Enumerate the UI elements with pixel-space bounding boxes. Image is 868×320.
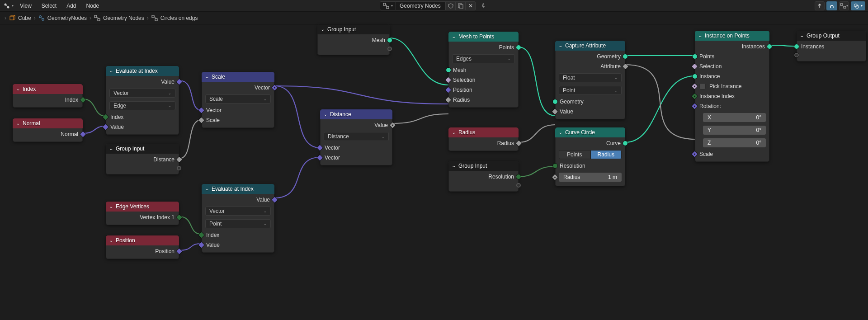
rot-x-field[interactable]: X0°: [703, 113, 766, 122]
operation-select[interactable]: Distance⌄: [324, 132, 389, 141]
socket-rotation-in[interactable]: [692, 104, 698, 109]
menu-select[interactable]: Select: [37, 1, 61, 10]
breadcrumb-nodetree[interactable]: Geometry Nodes: [94, 15, 144, 21]
node-capture-attribute[interactable]: ⌄Capture Attribute Geometry Attribute Fl…: [555, 41, 625, 119]
socket-geom-out[interactable]: [623, 141, 627, 146]
operation-select[interactable]: Scale⌄: [205, 94, 271, 104]
node-group-input[interactable]: ⌄Group Input Resolution: [448, 161, 519, 192]
menu-node[interactable]: Node: [82, 1, 104, 10]
chevron-down-icon: ⌄: [109, 204, 113, 209]
snap-toggle[interactable]: [826, 1, 837, 10]
node-group-output[interactable]: ⌄Group Output Instances: [797, 31, 866, 61]
add-input-socket[interactable]: [794, 53, 799, 57]
new-nodetree-button[interactable]: [456, 1, 466, 10]
nodetree-name-field[interactable]: Geometry Nodes: [396, 1, 446, 10]
chevron-down-icon: ⌄: [452, 130, 456, 135]
node-distance[interactable]: ⌄Distance Value Distance⌄ Vector Vector: [320, 109, 392, 165]
mode-select[interactable]: Edges⌄: [452, 54, 515, 63]
socket-int-in[interactable]: [198, 232, 204, 238]
add-output-socket[interactable]: [177, 166, 181, 170]
node-group-input[interactable]: ⌄Group Input Mesh: [317, 24, 390, 55]
node-scale[interactable]: ⌄Scale Vector Scale⌄ Vector Scale: [202, 72, 274, 128]
socket-float-in[interactable]: [445, 97, 451, 103]
pin-button[interactable]: [478, 1, 488, 10]
socket-geom-out[interactable]: [623, 54, 627, 59]
node-index[interactable]: ⌄Index Index: [13, 84, 83, 108]
node-mesh-to-points[interactable]: ⌄Mesh to Points Points Edges⌄ Mesh Selec…: [448, 32, 519, 108]
node-position[interactable]: ⌄Position Position: [106, 235, 179, 259]
socket-int-out[interactable]: [516, 174, 521, 179]
breadcrumb-group[interactable]: Circles on edgs: [151, 15, 198, 21]
data-type-select[interactable]: Vector⌄: [109, 89, 175, 98]
mode-points-button[interactable]: Points: [559, 150, 590, 159]
socket-float-in[interactable]: [552, 174, 558, 180]
socket-geom-in[interactable]: [794, 44, 799, 49]
socket-int-in[interactable]: [553, 164, 557, 168]
menu-view[interactable]: View: [15, 1, 36, 10]
editor-type-dropdown[interactable]: ▾: [3, 1, 14, 10]
pick-instance-checkbox[interactable]: [699, 83, 706, 89]
node-instance-on-points[interactable]: ⌄Instance on Points Instances Points Sel…: [695, 31, 769, 162]
fake-user-button[interactable]: [446, 1, 456, 10]
menu-add[interactable]: Add: [62, 1, 80, 10]
node-edge-vertices[interactable]: ⌄Edge Vertices Vertex Index 1: [106, 202, 179, 225]
parent-tree-button[interactable]: [815, 1, 825, 10]
socket-int-out[interactable]: [80, 97, 86, 103]
nodetree-type-select[interactable]: ▾: [380, 1, 396, 10]
node-group-input[interactable]: ⌄Group Input Distance: [106, 144, 179, 174]
data-type-select[interactable]: Float⌄: [559, 73, 622, 82]
node-evaluate-at-index-1[interactable]: ⌄Evaluate at Index Value Vector⌄ Edge⌄ I…: [106, 66, 179, 135]
socket-vec-out[interactable]: [176, 79, 182, 85]
socket-float-out[interactable]: [390, 122, 396, 128]
rot-z-field[interactable]: Z0°: [703, 138, 766, 147]
socket-vec-in[interactable]: [445, 87, 451, 93]
socket-float-in[interactable]: [552, 109, 558, 115]
add-output-socket[interactable]: [516, 183, 521, 188]
overlay-toggle[interactable]: ▾: [851, 1, 865, 10]
socket-geom-out[interactable]: [767, 44, 772, 49]
mode-radius-button[interactable]: Radius: [590, 150, 622, 159]
socket-vec-in[interactable]: [103, 124, 108, 130]
breadcrumb-modifier[interactable]: GeometryNodes: [38, 15, 87, 21]
socket-vec-out[interactable]: [272, 85, 278, 91]
socket-float-out[interactable]: [516, 141, 522, 146]
domain-select[interactable]: Point⌄: [205, 219, 271, 228]
socket-vec-in[interactable]: [317, 155, 323, 161]
node-radius[interactable]: ⌄Radius Radius: [448, 127, 519, 151]
node-curve-circle[interactable]: ⌄Curve Circle Curve Points Radius Resolu…: [555, 127, 625, 186]
socket-geometry-out[interactable]: [387, 38, 392, 42]
domain-select[interactable]: Edge⌄: [109, 101, 175, 110]
node-evaluate-at-index-2[interactable]: ⌄Evaluate at Index Value Vector⌄ Point⌄ …: [202, 184, 274, 253]
node-normal[interactable]: ⌄Normal Normal: [13, 118, 83, 142]
socket-points-in[interactable]: [693, 54, 697, 59]
socket-int-out[interactable]: [176, 215, 182, 221]
add-output-socket[interactable]: [387, 47, 392, 51]
socket-float-in[interactable]: [198, 118, 204, 123]
socket-geom-in[interactable]: [553, 99, 557, 104]
node-editor-canvas[interactable]: ⌄Group Input Mesh ⌄Index Index ⌄Normal N…: [0, 24, 868, 320]
socket-vec-out[interactable]: [272, 197, 278, 203]
radius-field[interactable]: Radius1 m: [559, 173, 622, 182]
socket-vec-in[interactable]: [198, 242, 204, 248]
rot-y-field[interactable]: Y0°: [703, 126, 766, 135]
socket-index-in[interactable]: [692, 94, 698, 99]
socket-selection-in[interactable]: [692, 64, 698, 70]
socket-int-in[interactable]: [103, 114, 108, 120]
socket-vec-in[interactable]: [317, 145, 323, 151]
snap-type-button[interactable]: ▾: [839, 1, 849, 10]
socket-scale-in[interactable]: [692, 151, 698, 157]
socket-vec-in[interactable]: [198, 108, 204, 113]
socket-bool-in[interactable]: [445, 77, 451, 83]
breadcrumb-object[interactable]: Cube: [9, 15, 31, 21]
socket-geom-out[interactable]: [516, 45, 521, 50]
data-type-select[interactable]: Vector⌄: [205, 207, 271, 216]
socket-instance-in[interactable]: [693, 74, 697, 79]
socket-float-out[interactable]: [623, 64, 628, 70]
domain-select[interactable]: Point⌄: [559, 86, 622, 95]
unlink-nodetree-button[interactable]: ✕: [466, 1, 476, 10]
socket-vec-out[interactable]: [80, 132, 86, 137]
socket-vec-out[interactable]: [176, 249, 182, 254]
socket-geom-in[interactable]: [446, 68, 451, 72]
socket-float-out[interactable]: [176, 157, 182, 163]
socket-pick-in[interactable]: [692, 84, 698, 89]
